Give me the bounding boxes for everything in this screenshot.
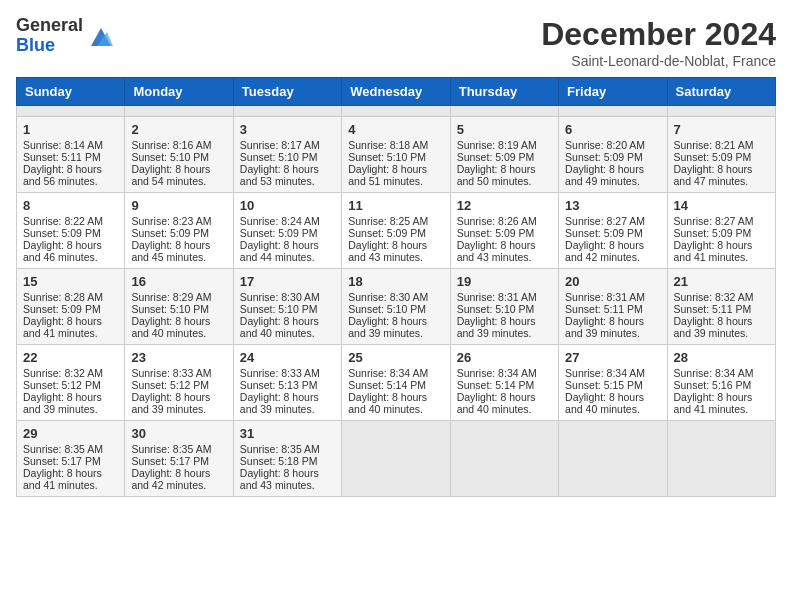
cell-content-line: and 43 minutes. — [348, 251, 443, 263]
calendar-cell: 4Sunrise: 8:18 AMSunset: 5:10 PMDaylight… — [342, 117, 450, 193]
cell-content-line: and 46 minutes. — [23, 251, 118, 263]
calendar-header-row: SundayMondayTuesdayWednesdayThursdayFrid… — [17, 78, 776, 106]
logo: General Blue — [16, 16, 115, 56]
cell-content-line: Sunset: 5:11 PM — [674, 303, 769, 315]
day-number: 21 — [674, 274, 769, 289]
cell-content-line: and 45 minutes. — [131, 251, 226, 263]
cell-content-line: Sunset: 5:10 PM — [240, 303, 335, 315]
calendar-week-4: 22Sunrise: 8:32 AMSunset: 5:12 PMDayligh… — [17, 345, 776, 421]
cell-content-line: Sunrise: 8:31 AM — [457, 291, 552, 303]
cell-content-line: and 39 minutes. — [348, 327, 443, 339]
day-number: 7 — [674, 122, 769, 137]
calendar-cell: 23Sunrise: 8:33 AMSunset: 5:12 PMDayligh… — [125, 345, 233, 421]
cell-content-line: and 42 minutes. — [565, 251, 660, 263]
day-number: 10 — [240, 198, 335, 213]
cell-content-line: and 39 minutes. — [131, 403, 226, 415]
cell-content-line: Sunset: 5:12 PM — [131, 379, 226, 391]
calendar-header-sunday: Sunday — [17, 78, 125, 106]
cell-content-line: and 41 minutes. — [674, 403, 769, 415]
calendar-cell: 30Sunrise: 8:35 AMSunset: 5:17 PMDayligh… — [125, 421, 233, 497]
cell-content-line: Sunrise: 8:35 AM — [131, 443, 226, 455]
cell-content-line: Sunset: 5:09 PM — [674, 151, 769, 163]
cell-content-line: Sunset: 5:17 PM — [131, 455, 226, 467]
cell-content-line: Sunrise: 8:34 AM — [674, 367, 769, 379]
cell-content-line: Sunset: 5:10 PM — [348, 303, 443, 315]
day-number: 18 — [348, 274, 443, 289]
cell-content-line: Daylight: 8 hours — [348, 239, 443, 251]
day-number: 23 — [131, 350, 226, 365]
day-number: 9 — [131, 198, 226, 213]
calendar-week-2: 8Sunrise: 8:22 AMSunset: 5:09 PMDaylight… — [17, 193, 776, 269]
day-number: 13 — [565, 198, 660, 213]
calendar-cell: 20Sunrise: 8:31 AMSunset: 5:11 PMDayligh… — [559, 269, 667, 345]
cell-content-line: Daylight: 8 hours — [565, 315, 660, 327]
calendar-cell — [450, 421, 558, 497]
cell-content-line: Daylight: 8 hours — [240, 391, 335, 403]
cell-content-line: Daylight: 8 hours — [674, 315, 769, 327]
cell-content-line: Sunrise: 8:34 AM — [457, 367, 552, 379]
cell-content-line: Daylight: 8 hours — [131, 467, 226, 479]
day-number: 6 — [565, 122, 660, 137]
cell-content-line: Sunrise: 8:30 AM — [240, 291, 335, 303]
day-number: 26 — [457, 350, 552, 365]
calendar-cell: 17Sunrise: 8:30 AMSunset: 5:10 PMDayligh… — [233, 269, 341, 345]
cell-content-line: Sunset: 5:11 PM — [23, 151, 118, 163]
cell-content-line: Daylight: 8 hours — [240, 315, 335, 327]
cell-content-line: Sunrise: 8:19 AM — [457, 139, 552, 151]
calendar-cell: 18Sunrise: 8:30 AMSunset: 5:10 PMDayligh… — [342, 269, 450, 345]
day-number: 17 — [240, 274, 335, 289]
cell-content-line: Daylight: 8 hours — [131, 239, 226, 251]
calendar-cell: 9Sunrise: 8:23 AMSunset: 5:09 PMDaylight… — [125, 193, 233, 269]
cell-content-line: Sunset: 5:13 PM — [240, 379, 335, 391]
calendar-cell: 10Sunrise: 8:24 AMSunset: 5:09 PMDayligh… — [233, 193, 341, 269]
day-number: 29 — [23, 426, 118, 441]
cell-content-line: Daylight: 8 hours — [674, 391, 769, 403]
cell-content-line: Sunrise: 8:29 AM — [131, 291, 226, 303]
cell-content-line: Sunset: 5:12 PM — [23, 379, 118, 391]
cell-content-line: Daylight: 8 hours — [240, 239, 335, 251]
day-number: 24 — [240, 350, 335, 365]
day-number: 5 — [457, 122, 552, 137]
cell-content-line: Sunrise: 8:32 AM — [23, 367, 118, 379]
cell-content-line: Sunset: 5:09 PM — [565, 227, 660, 239]
day-number: 1 — [23, 122, 118, 137]
cell-content-line: and 39 minutes. — [240, 403, 335, 415]
cell-content-line: Sunset: 5:09 PM — [457, 227, 552, 239]
cell-content-line: Daylight: 8 hours — [348, 163, 443, 175]
calendar-cell: 15Sunrise: 8:28 AMSunset: 5:09 PMDayligh… — [17, 269, 125, 345]
calendar-header-monday: Monday — [125, 78, 233, 106]
cell-content-line: Sunrise: 8:25 AM — [348, 215, 443, 227]
cell-content-line: Daylight: 8 hours — [565, 391, 660, 403]
calendar-cell: 26Sunrise: 8:34 AMSunset: 5:14 PMDayligh… — [450, 345, 558, 421]
day-number: 16 — [131, 274, 226, 289]
cell-content-line: Sunrise: 8:35 AM — [23, 443, 118, 455]
calendar-week-0 — [17, 106, 776, 117]
title-section: December 2024 Saint-Leonard-de-Noblat, F… — [541, 16, 776, 69]
cell-content-line: Sunset: 5:16 PM — [674, 379, 769, 391]
cell-content-line: Sunrise: 8:32 AM — [674, 291, 769, 303]
cell-content-line: Sunset: 5:17 PM — [23, 455, 118, 467]
calendar-cell — [559, 421, 667, 497]
cell-content-line: Sunset: 5:09 PM — [674, 227, 769, 239]
cell-content-line: and 40 minutes. — [348, 403, 443, 415]
calendar-cell: 12Sunrise: 8:26 AMSunset: 5:09 PMDayligh… — [450, 193, 558, 269]
cell-content-line: Daylight: 8 hours — [240, 163, 335, 175]
calendar-cell — [667, 421, 775, 497]
cell-content-line: Sunrise: 8:16 AM — [131, 139, 226, 151]
cell-content-line: and 50 minutes. — [457, 175, 552, 187]
cell-content-line: Sunrise: 8:35 AM — [240, 443, 335, 455]
cell-content-line: Sunrise: 8:31 AM — [565, 291, 660, 303]
calendar-cell: 28Sunrise: 8:34 AMSunset: 5:16 PMDayligh… — [667, 345, 775, 421]
cell-content-line: Daylight: 8 hours — [131, 163, 226, 175]
cell-content-line: Daylight: 8 hours — [565, 163, 660, 175]
cell-content-line: Sunset: 5:14 PM — [348, 379, 443, 391]
cell-content-line: Sunrise: 8:17 AM — [240, 139, 335, 151]
logo-general-text: General — [16, 16, 83, 36]
calendar-week-5: 29Sunrise: 8:35 AMSunset: 5:17 PMDayligh… — [17, 421, 776, 497]
cell-content-line: Daylight: 8 hours — [457, 163, 552, 175]
cell-content-line: Sunset: 5:10 PM — [457, 303, 552, 315]
calendar-cell: 22Sunrise: 8:32 AMSunset: 5:12 PMDayligh… — [17, 345, 125, 421]
calendar-cell: 27Sunrise: 8:34 AMSunset: 5:15 PMDayligh… — [559, 345, 667, 421]
cell-content-line: and 40 minutes. — [565, 403, 660, 415]
cell-content-line: and 49 minutes. — [565, 175, 660, 187]
